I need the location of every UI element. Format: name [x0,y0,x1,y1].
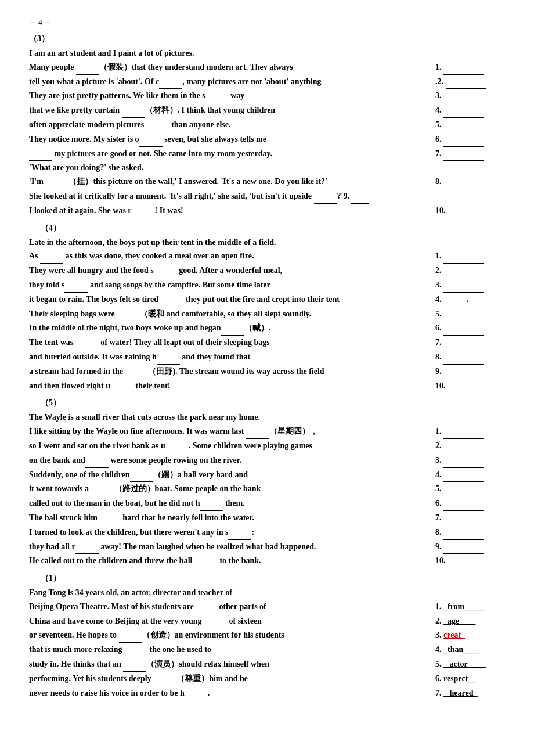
answer-blank [446,75,486,89]
answer-3-5: 5. [430,118,505,132]
answer-blank [443,439,484,453]
line-4-7: The tent was of water! They all leapt ou… [29,336,505,350]
line-3-10-text: I looked at it again. She was r ! It was… [29,204,410,218]
blank [40,249,63,264]
answer-5-8: 8. [430,525,505,540]
answer-1-5: 5. _ actor ____ [430,657,505,671]
line-5-2: so I went and sat on the river bank as u… [29,439,505,453]
blank [75,540,99,555]
line-3-2-text: tell you what a picture is 'about'. Of c… [29,75,410,89]
answer-5-10: 10. [430,554,505,568]
blank [64,278,88,293]
answer-blank [443,350,484,365]
answer-blank [448,554,488,568]
line-1-1: Beijing Opera Theatre. Most of his stude… [29,600,505,614]
line-4-1-text: As as this was done, they cooked a meal … [29,249,410,264]
line-4-10: and then flowed right u their tent! 10. [29,379,505,394]
blank [29,147,52,161]
line-3-9-text: She looked at it critically for a moment… [29,189,410,204]
section-5-intro: The Wayle is a small river that cuts acr… [29,411,505,424]
line-1-3-text: or seventeen. He hopes to （创造）an environ… [29,628,410,643]
blank [246,424,269,439]
answer-4-5: 5. [430,307,505,322]
blank [85,453,109,468]
blank [153,672,176,686]
page-number: － 4 － [29,17,52,28]
answer-blank [443,365,484,379]
blank [157,350,180,365]
line-1-6: performing. Yet his students deeply （尊重）… [29,672,505,686]
blank [161,293,184,307]
answer-blank [443,496,484,511]
blank [132,204,155,218]
section-4-intro: Late in the afternoon, the boys put up t… [29,236,505,250]
line-4-2: They were all hungry and the food s good… [29,264,505,278]
line-3-1-text: Many people （假装）that they understand mod… [29,60,410,75]
answer-4-2: 2. [430,264,505,278]
page-header: － 4 － [29,17,505,28]
answer-blank [443,147,484,161]
section-3-title: （3） [29,34,505,44]
answer-blank [443,89,484,103]
blank [125,365,148,379]
line-3-9: She looked at it critically for a moment… [29,189,505,204]
answer-3-1: 1. [430,60,505,75]
line-3-8-text: 'I'm （挂）this picture on the wall,' I ans… [29,175,410,189]
answer-5-6: 6. [430,496,505,511]
line-5-1: I like sitting by the Wayle on fine afte… [29,424,505,439]
section-4-title: （4） [29,223,505,233]
answer-1-4: 4. _than____ [430,643,505,657]
answer-5-1: 1. [430,424,505,439]
line-5-6: called out to the man in the boat, but h… [29,496,505,511]
answer-3-7: 7. [430,147,505,161]
answer-4-9: 9. [430,365,505,379]
answer-blank [443,132,484,147]
line-5-9: they had all r away! The man laughed whe… [29,540,505,555]
line-3-4-text: that we like pretty curtain （材料）. I thin… [29,103,410,118]
answer-4-7: 7. [430,336,505,350]
answer-4-8: 8. [430,350,505,365]
answer-1-3: 3. creat_ [430,628,505,642]
line-3-5-text: often appreciate modern pictures than an… [29,118,410,132]
answer-3-10: 10. [430,204,505,218]
answer-filled-3: creat_ [443,631,465,639]
line-3-7-text: my pictures are good or not. She came in… [29,147,410,161]
answer-blank [443,453,484,468]
line-1-1-text: Beijing Opera Theatre. Most of his stude… [29,600,410,614]
answer-5-7: 7. [430,511,505,525]
answer-1-1: 1. _from_____ [430,600,505,614]
answer-filled-6: respect__ [443,674,477,683]
line-3-q1-text: 'What are you doing?' she asked. [29,161,410,175]
answer-4-10: 10. [430,379,505,394]
blank [130,468,153,483]
line-1-2: China and have come to Beijing at the ve… [29,614,505,629]
blank [205,89,229,103]
answer-3-3: 3. [430,89,505,103]
section-4: （4） Late in the afternoon, the boys put … [29,223,505,394]
section-1-intro-text: Fang Tong is 34 years old, an actor, dir… [29,586,410,600]
answer-blank [443,321,484,336]
header-line [57,23,505,23]
line-5-10-text: He called out to the children and threw … [29,554,410,568]
line-1-4-text: that is much more relaxing the one he us… [29,643,410,657]
line-4-8: and hurried outside. It was raining h an… [29,350,505,365]
blank [117,307,140,322]
blank [122,103,145,118]
answer-5-9: 9. [430,540,505,555]
line-5-5: it went towards a （路过的）boat. Some people… [29,482,505,496]
line-3-2: tell you what a picture is 'about'. Of c… [29,75,505,89]
line-1-5: study in. He thinks that an （演员）should r… [29,657,505,672]
answer-blank [443,424,484,439]
answer-5-2: 2. [430,439,505,453]
answer-blank [443,525,484,540]
section-1: （1） Fang Tong is 34 years old, an actor,… [29,573,505,700]
answer-1-6: 6. respect__ [430,672,505,686]
answer-blank [443,511,484,525]
answer-blank [448,204,468,218]
answer-5-3: 3. [430,453,505,468]
blank [185,686,208,701]
line-4-3: they told s and sang songs by the campfi… [29,278,505,293]
answer-filled-1: _from_____ [443,602,485,611]
answer-filled-2: _age____ [443,617,475,625]
answer-3-4: 4. [430,103,505,118]
